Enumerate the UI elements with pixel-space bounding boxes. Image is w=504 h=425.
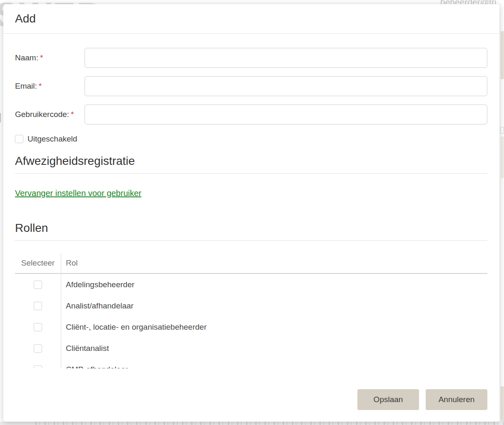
form-fields: Naam:* Email:* Gebruikercode:* <box>15 48 487 124</box>
roles-table-body: Afdelingsbeheerder Analist/afhandelaar C… <box>15 274 487 368</box>
email-field[interactable] <box>85 76 487 96</box>
naam-field[interactable] <box>85 48 487 68</box>
add-user-dialog: Add Naam:* Email:* Gebruikercode:* Uitge… <box>3 4 499 422</box>
field-label: Email: <box>15 82 37 90</box>
role-checkbox[interactable] <box>34 344 42 353</box>
backdrop-fragment <box>501 31 504 79</box>
form-field-row: Naam:* <box>15 48 487 68</box>
required-marker: * <box>40 53 43 62</box>
save-button[interactable]: Opslaan <box>357 389 419 410</box>
role-checkbox[interactable] <box>34 323 42 331</box>
set-substitute-link[interactable]: Vervanger instellen voor gebruiker <box>15 189 142 198</box>
role-name: Cliënt-, locatie- en organisatiebeheerde… <box>61 316 207 338</box>
role-checkbox[interactable] <box>34 281 42 289</box>
dialog-header: Add <box>3 4 499 34</box>
role-name: CMP-afhandelaar <box>61 359 128 368</box>
dialog-footer: Opslaan Annuleren <box>357 389 487 410</box>
field-label: Naam: <box>15 53 38 62</box>
backdrop-fragment <box>501 137 504 178</box>
role-row: Cliëntanalist <box>15 338 487 359</box>
backdrop-fragment <box>0 113 1 122</box>
roles-table-header: Selecteer Rol <box>15 253 487 274</box>
role-checkbox[interactable] <box>34 365 42 369</box>
field-label: Gebruikercode: <box>15 110 69 119</box>
role-row: Cliënt-, locatie- en organisatiebeheerde… <box>15 316 487 338</box>
required-marker: * <box>71 110 74 119</box>
role-checkbox[interactable] <box>34 302 42 310</box>
required-marker: * <box>39 82 42 90</box>
backdrop-page-content <box>0 422 504 425</box>
uitgeschakeld-row: Uitgeschakeld <box>15 134 487 144</box>
dialog-title: Add <box>15 12 36 25</box>
role-row: CMP-afhandelaar <box>15 359 487 368</box>
backdrop-fragment <box>500 127 504 134</box>
roles-section-title: Rollen <box>15 221 487 241</box>
column-header-selecteer: Selecteer <box>15 253 61 273</box>
backdrop-fragment <box>501 386 504 422</box>
cancel-button[interactable]: Annuleren <box>426 389 487 410</box>
role-name: Afdelingsbeheerder <box>61 274 135 295</box>
column-header-rol: Rol <box>61 253 78 273</box>
uitgeschakeld-label: Uitgeschakeld <box>27 134 77 144</box>
uitgeschakeld-checkbox[interactable] <box>15 135 23 143</box>
absence-section-title: Afwezigheidsregistratie <box>15 154 487 174</box>
role-row: Afdelingsbeheerder <box>15 274 487 295</box>
gebruikercode-field[interactable] <box>85 104 487 124</box>
roles-table: Selecteer Rol Afdelingsbeheerder Analist… <box>15 253 487 368</box>
form-field-row: Email:* <box>15 76 487 96</box>
role-name: Analist/afhandelaar <box>61 295 134 316</box>
form-field-row: Gebruikercode:* <box>15 104 487 124</box>
dialog-body: Naam:* Email:* Gebruikercode:* Uitgescha… <box>3 34 499 368</box>
role-name: Cliëntanalist <box>61 338 109 359</box>
role-row: Analist/afhandelaar <box>15 295 487 316</box>
